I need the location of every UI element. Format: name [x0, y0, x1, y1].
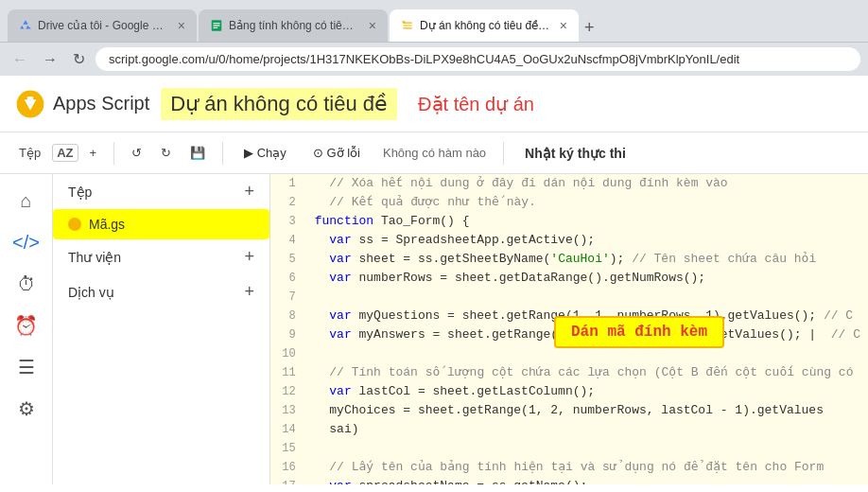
- tab-sheets[interactable]: Bảng tính không có tiêu đề - G... ×: [199, 9, 388, 42]
- icon-bar-settings[interactable]: ⚙: [8, 390, 45, 428]
- sidebar-library-header[interactable]: Thư viện +: [53, 239, 269, 274]
- code-content: myChoices = sheet.getRange(1, 2, numberR…: [307, 401, 868, 420]
- add-file-button[interactable]: +: [82, 142, 105, 164]
- icon-bar-triggers[interactable]: ⏰: [8, 307, 45, 344]
- run-button[interactable]: ▶ Chạy: [233, 142, 298, 164]
- sidebar-library-label: Thư viện: [68, 250, 244, 265]
- icon-bar-filters[interactable]: ☰: [8, 348, 45, 386]
- line-number: 4: [270, 231, 307, 250]
- line-number: 3: [270, 212, 307, 231]
- svg-rect-2: [214, 25, 220, 26]
- code-line-row: 4 var ss = SpreadsheetApp.getActive();: [270, 231, 868, 250]
- file-status-icon: [68, 218, 81, 231]
- name-project-button[interactable]: Đặt tên dự án: [408, 89, 544, 119]
- drive-icon: [19, 19, 32, 32]
- apps-script-tab-icon: [401, 19, 414, 32]
- browser-chrome: Drive của tôi - Google Drive × Bảng tính…: [0, 0, 868, 42]
- tab-bar: Drive của tôi - Google Drive × Bảng tính…: [8, 0, 595, 42]
- code-line-row: 3function Tao_Form() {: [270, 212, 868, 231]
- tab-sheets-title: Bảng tính không có tiêu đề - G...: [229, 19, 359, 32]
- code-line-row: 16 // Lấy tên của bảng tính hiện tại và …: [270, 458, 868, 477]
- code-line-row: 6 var numberRows = sheet.getDataRange().…: [270, 269, 868, 288]
- code-line-row: 2 // Kết quả được như thế này.: [270, 193, 868, 212]
- toolbar-divider-3: [503, 142, 504, 165]
- line-number: 13: [270, 401, 307, 420]
- tab-drive-title: Drive của tôi - Google Drive: [38, 19, 168, 32]
- sidebar-library-add-button[interactable]: +: [244, 247, 254, 267]
- svg-rect-3: [214, 27, 218, 28]
- tab-apps-script[interactable]: Dự án không có tiêu đề - Trình... ×: [390, 9, 579, 42]
- line-number: 5: [270, 250, 307, 269]
- icon-bar-code[interactable]: </>: [8, 223, 45, 261]
- code-content: sai): [307, 420, 868, 439]
- code-content: var sheet = ss.getSheetByName('CauHoi');…: [307, 250, 868, 269]
- sidebar-main-file[interactable]: Mã.gs: [53, 209, 269, 239]
- apps-script-header: Apps Script Dự án không có tiêu đề Đặt t…: [0, 76, 868, 132]
- toolbar: Tệp AZ + ↺ ↻ 💾 ▶ Chạy ⊙ Gỡ lỗi Không có …: [0, 132, 868, 174]
- sidebar-files-add-button[interactable]: +: [244, 182, 254, 202]
- no-function-label: Không có hàm nào: [375, 146, 494, 160]
- apps-script-app-title: Apps Script: [53, 93, 149, 114]
- line-number: 12: [270, 382, 307, 401]
- apps-script-logo-icon: [15, 89, 45, 119]
- sidebar-files-label: Tệp: [68, 184, 244, 200]
- sidebar-services-label: Dịch vụ: [68, 285, 244, 300]
- code-content: var lastCol = sheet.getLastColumn();: [307, 382, 868, 401]
- line-number: 14: [270, 420, 307, 439]
- tab-apps-script-close[interactable]: ×: [560, 18, 567, 33]
- icon-bar: ⌂ </> ⏱ ⏰ ☰ ⚙: [0, 174, 53, 484]
- icon-bar-home[interactable]: ⌂: [8, 182, 45, 220]
- code-content: [307, 288, 868, 307]
- file-label: Tệp: [11, 142, 48, 164]
- apps-script-logo: Apps Script: [15, 89, 149, 119]
- toolbar-divider-2: [222, 142, 223, 165]
- line-number: 10: [270, 344, 307, 363]
- code-content: var ss = SpreadsheetApp.getActive();: [307, 231, 868, 250]
- code-content: var numberRows = sheet.getDataRange().ge…: [307, 269, 868, 288]
- line-number: 17: [270, 477, 307, 484]
- line-number: 8: [270, 307, 307, 325]
- new-tab-button[interactable]: +: [584, 18, 595, 38]
- sidebar-services-header[interactable]: Dịch vụ +: [53, 274, 269, 309]
- debug-button[interactable]: ⊙ Gỡ lỗi: [302, 142, 372, 164]
- code-line-row: 12 var lastCol = sheet.getLastColumn();: [270, 382, 868, 401]
- sidebar-services-add-button[interactable]: +: [244, 282, 254, 302]
- code-editor[interactable]: 1 // Xóa hết nội dung ở đây đi dán nội d…: [270, 174, 868, 484]
- code-line-row: 7: [270, 288, 868, 307]
- code-line-row: 14 sai): [270, 420, 868, 439]
- tab-sheets-close[interactable]: ×: [369, 18, 376, 33]
- redo-button[interactable]: ↻: [153, 142, 179, 164]
- save-button[interactable]: 💾: [182, 142, 213, 164]
- svg-rect-1: [214, 23, 220, 24]
- back-button[interactable]: ←: [8, 49, 32, 70]
- sidebar-files-header[interactable]: Tệp +: [53, 174, 269, 209]
- tab-drive[interactable]: Drive của tôi - Google Drive ×: [8, 9, 197, 42]
- tab-apps-script-title: Dự án không có tiêu đề - Trình...: [420, 19, 550, 32]
- svg-rect-7: [27, 97, 33, 99]
- code-content: var spreadsheetName = ss.getName();: [307, 477, 868, 484]
- icon-bar-history[interactable]: ⏱: [8, 265, 45, 303]
- code-line-row: 13 myChoices = sheet.getRange(1, 2, numb…: [270, 401, 868, 420]
- sidebar-main-file-label: Mã.gs: [89, 217, 254, 232]
- tab-drive-close[interactable]: ×: [178, 18, 185, 33]
- line-number: 1: [270, 174, 307, 193]
- code-line-row: 5 var sheet = ss.getSheetByName('CauHoi'…: [270, 250, 868, 269]
- address-bar-input[interactable]: [95, 47, 860, 71]
- code-line-row: 17 var spreadsheetName = ss.getName();: [270, 477, 868, 484]
- code-content: function Tao_Form() {: [307, 212, 868, 231]
- line-number: 11: [270, 363, 307, 382]
- line-number: 16: [270, 458, 307, 477]
- reload-button[interactable]: ↻: [68, 48, 90, 70]
- code-line-row: 15: [270, 439, 868, 458]
- az-sort-icon[interactable]: AZ: [52, 144, 78, 162]
- project-title[interactable]: Dự án không có tiêu đề: [161, 88, 397, 120]
- forward-button[interactable]: →: [38, 49, 62, 70]
- code-content: // Xóa hết nội dung ở đây đi dán nội dun…: [307, 174, 868, 193]
- code-line-row: 11 // Tính toán số lượng cột chứa các lự…: [270, 363, 868, 382]
- undo-button[interactable]: ↺: [124, 142, 149, 164]
- code-content: [307, 439, 868, 458]
- execution-log-button[interactable]: Nhật ký thực thi: [513, 142, 637, 165]
- code-content: // Kết quả được như thế này.: [307, 193, 868, 212]
- address-bar-row: ← → ↻: [0, 42, 868, 76]
- line-number: 2: [270, 193, 307, 212]
